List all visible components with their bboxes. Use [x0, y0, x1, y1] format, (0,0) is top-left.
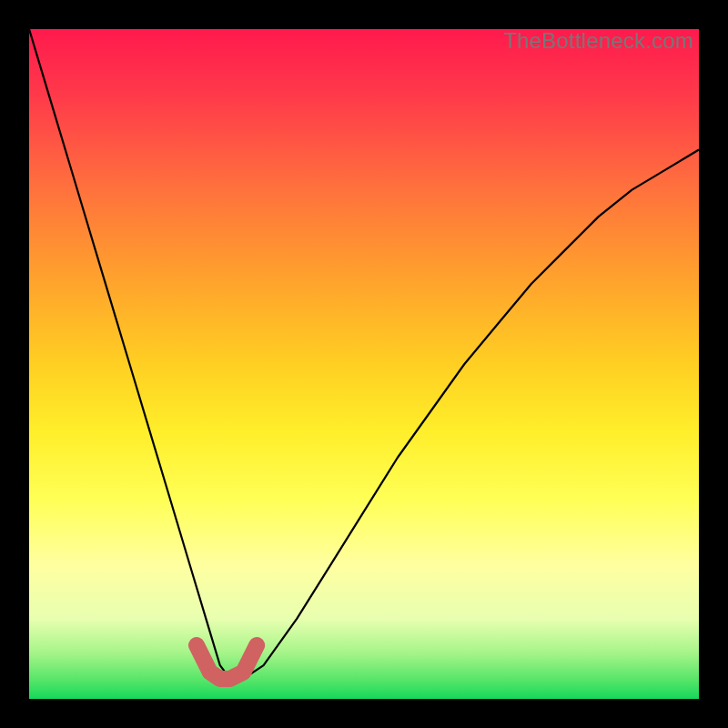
outer-frame: TheBottleneck.com [0, 0, 728, 728]
u-marker [197, 645, 257, 679]
bottleneck-curve [29, 29, 699, 679]
curve-svg [29, 29, 699, 699]
plot-area: TheBottleneck.com [29, 29, 699, 699]
